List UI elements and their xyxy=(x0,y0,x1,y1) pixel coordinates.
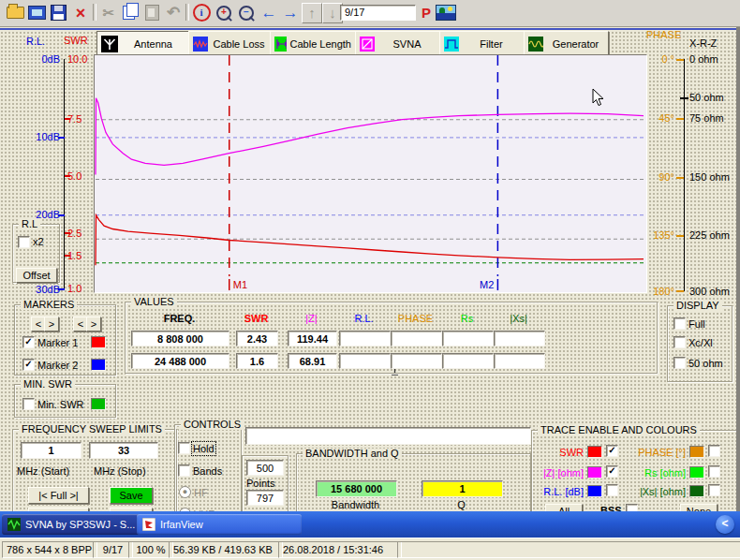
zoom-in-icon[interactable]: + xyxy=(214,3,234,22)
bandwidth-field[interactable]: 15 680 000 xyxy=(316,480,397,497)
cut-icon[interactable]: ✂ xyxy=(98,3,119,22)
trace-swr-swatch[interactable] xyxy=(587,446,602,458)
save-button[interactable]: Save xyxy=(110,487,153,504)
tab-cable-length[interactable]: Cable Length xyxy=(270,31,356,56)
trace-phase-label: PHASE [°] xyxy=(622,447,686,458)
copy-icon[interactable] xyxy=(120,3,141,22)
page-index-input[interactable]: 9/17 xyxy=(340,5,416,21)
marker2-phase-field[interactable] xyxy=(391,353,442,369)
previous-image-icon[interactable]: ← xyxy=(259,3,279,22)
phase-axis-title: PHASE xyxy=(646,29,681,40)
marker2-freq-field[interactable]: 24 488 000 xyxy=(131,353,229,369)
hold-checkbox[interactable] xyxy=(178,442,190,454)
marker1-freq-field[interactable]: 8 808 000 xyxy=(131,331,229,346)
points-field[interactable]: 500 xyxy=(246,460,284,476)
trace-rs-swatch[interactable] xyxy=(689,466,704,479)
min-swr-checkbox[interactable] xyxy=(22,398,35,410)
marker2-xs-field[interactable] xyxy=(494,353,545,369)
sweep-stop-label: MHz (Stop) xyxy=(94,465,146,477)
bands-label: Bands xyxy=(193,465,222,477)
tab-cable-loss[interactable]: Cable Loss xyxy=(188,31,271,56)
q-field[interactable]: 1 xyxy=(422,480,503,497)
trace-swr-checkbox[interactable]: ✓ xyxy=(606,445,618,457)
taskbar-button-svna[interactable]: SVNA by SP3SWJ - S... xyxy=(2,514,144,535)
print-icon[interactable]: P xyxy=(416,3,437,22)
marker2-rs-field[interactable] xyxy=(442,353,494,369)
display-50ohm-checkbox[interactable] xyxy=(673,357,686,369)
tab-antenna[interactable]: Antenna xyxy=(96,31,189,56)
command-field[interactable] xyxy=(245,427,531,445)
marker2-swr-field[interactable]: 1.6 xyxy=(236,353,278,369)
marker1-rs-field[interactable] xyxy=(442,331,494,346)
trace-all-button[interactable]: All xyxy=(545,504,583,511)
marker2-color-swatch[interactable] xyxy=(91,359,106,371)
undo-icon[interactable]: ↶ xyxy=(163,3,184,22)
hf-radio[interactable]: ● xyxy=(179,486,191,498)
slideshow-icon[interactable] xyxy=(26,3,47,22)
trace-xs-checkbox[interactable] xyxy=(708,484,720,496)
taskbar-chevron-button[interactable]: < xyxy=(716,515,734,534)
mouse-cursor xyxy=(592,88,604,107)
min-swr-color-swatch[interactable] xyxy=(91,398,106,410)
next-image-icon[interactable]: → xyxy=(280,3,301,22)
zoom-out-icon[interactable]: − xyxy=(236,3,257,22)
sweep-stop-field[interactable]: 33 xyxy=(89,442,158,459)
marker2-z-field[interactable]: 68.91 xyxy=(288,353,337,369)
trace-z-checkbox[interactable]: ✓ xyxy=(606,465,618,478)
controls-group-title: CONTROLS xyxy=(181,420,244,430)
wallpaper-icon[interactable] xyxy=(436,3,456,22)
svna-app-icon xyxy=(7,518,21,531)
trace-rl-swatch[interactable] xyxy=(587,485,602,497)
trace-phase-checkbox[interactable] xyxy=(708,445,720,457)
marker1-swr-field[interactable]: 2.43 xyxy=(236,331,278,346)
tab-label: SVNA xyxy=(375,38,439,50)
taskbar-button-label: IrfanView xyxy=(160,519,203,530)
phase-tick-mark xyxy=(676,118,684,120)
points-actual-field[interactable]: 797 xyxy=(246,490,284,506)
marker1-checkbox[interactable]: ✓ xyxy=(22,336,35,348)
sweep-chart[interactable]: M1M2 xyxy=(94,54,647,293)
phase-tick-mark xyxy=(676,235,684,237)
info-icon[interactable]: i xyxy=(191,3,212,22)
marker1-phase-field[interactable] xyxy=(391,331,442,346)
marker1-z-field[interactable]: 119.44 xyxy=(288,331,337,346)
swr-tick-mark xyxy=(65,175,70,177)
first-image-icon[interactable]: ↑ xyxy=(302,3,322,22)
paste-icon[interactable] xyxy=(141,3,162,22)
irfanview-image-canvas: Antenna Cable Loss Cable Length SVNA Fil… xyxy=(0,27,736,511)
trace-rs-checkbox[interactable] xyxy=(708,465,720,478)
trace-z-swatch[interactable] xyxy=(587,466,602,479)
bss-checkbox[interactable] xyxy=(626,504,638,511)
display-full-checkbox[interactable] xyxy=(673,317,686,330)
values-header-rl: R.L. xyxy=(339,313,389,324)
marker2-checkbox[interactable]: ✓ xyxy=(22,359,35,371)
save-icon[interactable] xyxy=(48,3,68,22)
trace-phase-swatch[interactable] xyxy=(689,446,704,458)
tab-generator[interactable]: Generator xyxy=(524,31,609,56)
offset-button[interactable]: Offset xyxy=(16,268,57,283)
ohm-tick: 300 ohm xyxy=(689,286,730,297)
trace-rl-checkbox[interactable] xyxy=(606,484,618,496)
marker2-next-button[interactable]: > xyxy=(86,317,101,332)
sweep-start-field[interactable]: 1 xyxy=(21,442,81,459)
display-xcxl-checkbox[interactable] xyxy=(673,336,686,348)
tab-label: Generator xyxy=(543,38,608,50)
swr-tick: 1.0 xyxy=(67,283,81,294)
display-group-title: DISPLAY xyxy=(673,301,722,311)
tab-filter[interactable]: Filter xyxy=(439,31,525,56)
delete-icon[interactable]: × xyxy=(70,3,91,22)
trace-none-button[interactable]: None xyxy=(680,504,718,511)
tab-svna[interactable]: SVNA xyxy=(355,31,440,56)
marker1-color-swatch[interactable] xyxy=(91,336,106,348)
x2-checkbox[interactable] xyxy=(18,236,30,248)
swr-tick-mark xyxy=(65,118,70,120)
bands-checkbox[interactable] xyxy=(178,464,190,477)
marker1-next-button[interactable]: > xyxy=(44,317,59,332)
trace-xs-swatch[interactable] xyxy=(689,485,704,497)
full-span-button[interactable]: |< Full >| xyxy=(28,487,89,504)
marker2-rl-field[interactable] xyxy=(339,353,391,369)
open-file-icon[interactable] xyxy=(5,3,25,22)
taskbar-button-irfanview[interactable]: IrfanView xyxy=(137,514,302,535)
marker1-rl-field[interactable] xyxy=(339,331,391,346)
marker1-xs-field[interactable] xyxy=(494,331,545,346)
